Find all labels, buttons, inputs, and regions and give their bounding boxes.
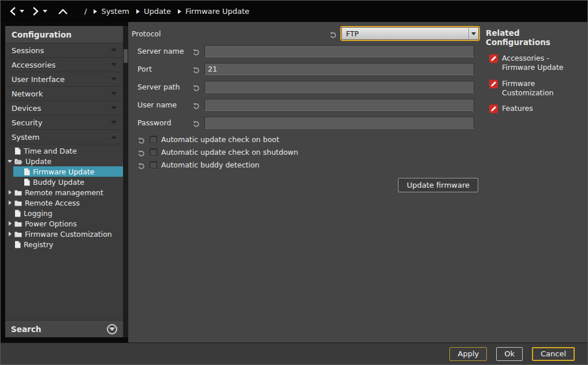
reset-icon[interactable] [192, 119, 200, 126]
reset-icon[interactable] [137, 136, 145, 143]
auto-update-shutdown-checkbox[interactable] [150, 148, 157, 156]
tree-item-label: Time and Date [24, 147, 77, 155]
breadcrumb-item-update[interactable]: Update [136, 7, 171, 16]
reset-icon[interactable] [192, 47, 200, 55]
related-item-features[interactable]: Features [486, 104, 584, 113]
tree-item-registry[interactable]: Registry [5, 239, 123, 249]
dropdown-arrow-icon [468, 28, 478, 39]
related-item-firmware-customization[interactable]: Firmware Customization [486, 79, 584, 98]
reset-icon[interactable] [192, 65, 200, 73]
tree-item-label: Firmware Update [33, 167, 95, 176]
auto-update-boot-row: Automatic update check on boot [128, 134, 483, 144]
scrollbar-thumb[interactable] [124, 49, 128, 63]
breadcrumb-arrow-icon [94, 9, 97, 14]
expand-caret-icon[interactable] [5, 221, 14, 226]
category-label: User Interface [12, 75, 65, 84]
back-history-caret[interactable] [20, 10, 24, 13]
forward-button[interactable] [32, 6, 40, 16]
tree-item-logging[interactable]: Logging [5, 208, 123, 218]
field-group: Server name Port Server path [128, 44, 483, 129]
reset-icon[interactable] [192, 83, 200, 91]
field-label: Password [137, 118, 192, 127]
edit-icon [489, 80, 498, 88]
sidebar-item-sessions[interactable]: Sessions [5, 43, 123, 58]
related-configurations-panel: Related Configurations Accessories - Fir… [483, 22, 587, 344]
user-name-input[interactable] [204, 99, 474, 111]
sidebar-item-system[interactable]: System [5, 130, 123, 144]
cancel-button[interactable]: Cancel [532, 347, 575, 361]
tree-item-firmware-update[interactable]: Firmware Update [5, 166, 123, 177]
folder-open-icon [14, 158, 23, 165]
password-row: Password [128, 116, 483, 129]
server-path-input[interactable] [204, 81, 474, 93]
auto-buddy-detection-checkbox[interactable] [150, 161, 157, 169]
folder-icon [14, 231, 22, 237]
reset-icon[interactable] [137, 148, 145, 156]
protocol-select[interactable]: FTP [341, 27, 479, 40]
system-tree: Time and Date Update Firmware Update [5, 144, 123, 249]
tree-item-time-and-date[interactable]: Time and Date [5, 146, 123, 156]
search-section-header[interactable]: Search [5, 320, 123, 337]
tree-item-buddy-update[interactable]: Buddy Update [5, 177, 123, 187]
auto-buddy-detection-row: Automatic buddy detection [128, 159, 483, 170]
up-button[interactable] [58, 8, 68, 15]
footer-bar: Apply Ok Cancel [1, 342, 587, 364]
tree-item-label: Remote management [25, 188, 103, 197]
tree-item-remote-management[interactable]: Remote management [5, 187, 123, 198]
reset-icon[interactable] [137, 161, 145, 169]
expand-caret-icon[interactable] [5, 232, 14, 236]
triangle-down-icon [20, 10, 24, 13]
field-label: Server name [137, 47, 192, 55]
tree-item-label: Update [25, 157, 51, 166]
tree-item-label: Firmware Customization [25, 230, 112, 239]
edit-icon [489, 54, 498, 63]
expand-caret-icon[interactable] [5, 190, 14, 195]
reset-icon[interactable] [192, 101, 200, 109]
sidebar-item-user-interface[interactable]: User Interface [5, 72, 123, 87]
tree-item-label: Remote Access [25, 199, 80, 207]
auto-update-boot-checkbox[interactable] [150, 136, 157, 143]
password-input[interactable] [204, 117, 474, 129]
protocol-label: Protocol [132, 29, 329, 38]
server-name-input[interactable] [204, 45, 474, 57]
folder-icon [14, 221, 22, 227]
sidebar-item-network[interactable]: Network [5, 87, 123, 101]
folder-icon [14, 200, 22, 206]
expand-caret-icon[interactable] [5, 160, 14, 163]
sidebar-item-devices[interactable]: Devices [5, 101, 123, 116]
tree-item-power-options[interactable]: Power Options [5, 218, 123, 229]
update-firmware-button[interactable]: Update firmware [398, 178, 478, 192]
category-label: Sessions [12, 46, 44, 55]
triangle-down-icon [43, 10, 47, 13]
breadcrumb-item-system[interactable]: System [94, 7, 129, 16]
ok-button[interactable]: Ok [496, 347, 523, 361]
chevron-down-icon [111, 106, 117, 110]
port-input[interactable] [204, 63, 474, 75]
tree-item-label: Logging [24, 209, 53, 218]
checkbox-label: Automatic buddy detection [161, 161, 259, 169]
server-name-row: Server name [128, 44, 483, 57]
update-button-row: Update firmware [128, 178, 483, 192]
sidebar-scrollbar[interactable] [123, 26, 128, 337]
breadcrumb: / System Update Firmware Update [84, 7, 250, 16]
chevron-up-icon [111, 135, 117, 139]
breadcrumb-arrow-icon [178, 9, 181, 14]
tree-item-label: Buddy Update [33, 178, 84, 187]
breadcrumb-item-firmware-update[interactable]: Firmware Update [178, 7, 250, 16]
tree-item-firmware-customization[interactable]: Firmware Customization [5, 229, 123, 239]
related-item-accessories-firmware-update[interactable]: Accessories - Firmware Update [486, 54, 584, 73]
sidebar-item-security[interactable]: Security [5, 116, 123, 130]
chevron-down-icon [111, 63, 117, 66]
forward-history-caret[interactable] [43, 10, 47, 13]
related-item-label: Accessories - Firmware Update [502, 54, 583, 73]
sidebar-item-accessories[interactable]: Accessories [5, 58, 123, 72]
reset-icon[interactable] [329, 30, 337, 38]
tree-item-remote-access[interactable]: Remote Access [5, 198, 123, 208]
checkbox-label: Automatic update check on boot [161, 135, 279, 144]
back-button[interactable] [9, 6, 17, 16]
tree-item-update[interactable]: Update [5, 156, 123, 166]
user-name-row: User name [128, 98, 483, 111]
breadcrumb-root[interactable]: / [84, 7, 87, 16]
apply-button[interactable]: Apply [449, 347, 487, 361]
expand-caret-icon[interactable] [5, 200, 14, 205]
